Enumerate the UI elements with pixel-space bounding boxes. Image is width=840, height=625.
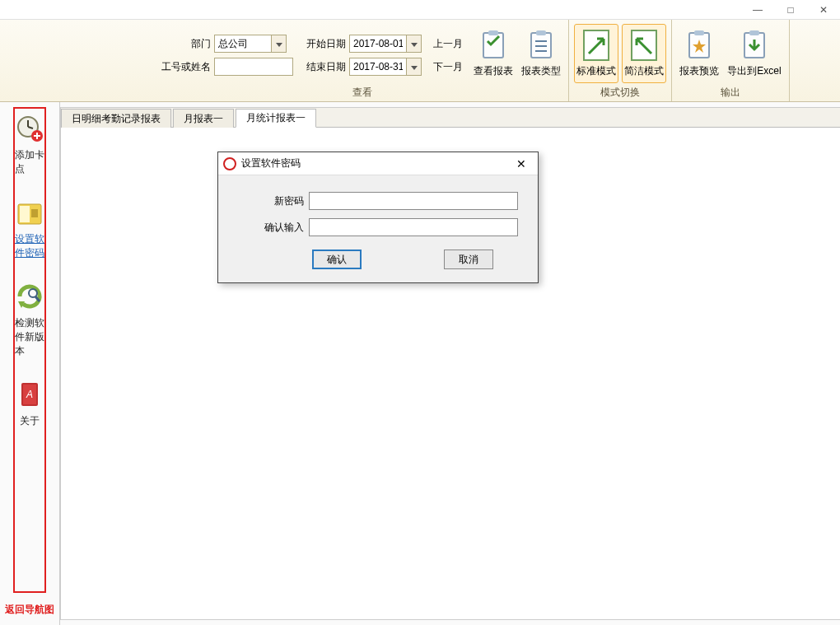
start-date-label: 开始日期 <box>296 37 346 51</box>
svg-rect-13 <box>749 30 759 35</box>
id-input[interactable] <box>214 58 293 76</box>
sidebar-item-label: 设置软件密码 <box>15 232 44 260</box>
confirm-password-label: 确认输入 <box>238 221 304 235</box>
ribbon-group-output-label: 输出 <box>677 84 784 100</box>
svg-rect-21 <box>20 206 30 222</box>
book-icon: A <box>15 380 44 409</box>
chevron-down-icon[interactable] <box>407 35 422 53</box>
ribbon-group-mode: 标准模式 简洁模式 模式切换 <box>569 20 672 101</box>
svg-rect-22 <box>31 209 38 217</box>
page-arrow-icon <box>581 28 611 63</box>
ribbon-group-mode-label: 模式切换 <box>574 84 666 100</box>
sidebar-item-label: 关于 <box>20 414 40 428</box>
dept-label: 部门 <box>161 37 211 51</box>
end-date-input[interactable] <box>349 58 407 76</box>
report-type-button[interactable]: 报表类型 <box>519 24 563 83</box>
sidebar-item-about[interactable]: A 关于 <box>15 380 44 428</box>
dept-input[interactable] <box>214 35 272 53</box>
sidebar-item-add-card-point[interactable]: 添加卡点 <box>15 114 44 176</box>
confirm-button[interactable]: 确认 <box>312 250 362 269</box>
set-password-dialog: 设置软件密码 ✕ 新密码 确认输入 确认 取消 <box>217 152 539 283</box>
report-type-label: 报表类型 <box>521 66 561 77</box>
clipboard-star-icon <box>684 28 714 63</box>
dialog-close-button[interactable]: ✕ <box>510 155 533 173</box>
export-excel-button[interactable]: 导出到Excel <box>725 24 784 83</box>
sidebar: 添加卡点 设置软件密码 检测软件新版本 A 关于 返回导航图 <box>0 102 60 625</box>
ribbon-toolbar: 部门 工号或姓名 开始日期 <box>0 20 840 102</box>
chevron-down-icon[interactable] <box>407 58 422 76</box>
dept-combo[interactable] <box>214 35 287 53</box>
end-date-label: 结束日期 <box>296 60 346 74</box>
end-date-combo[interactable] <box>349 58 422 76</box>
tab-bar: 日明细考勤记录报表 月报表一 月统计报表一 <box>61 108 840 128</box>
view-report-button[interactable]: 查看报表 <box>471 24 516 83</box>
window-titlebar: — □ ✕ <box>0 0 840 20</box>
prev-month-button[interactable]: 上一月 <box>428 35 468 53</box>
clipboard-export-icon <box>740 28 769 63</box>
tab-monthly-one[interactable]: 月报表一 <box>173 109 234 128</box>
chevron-down-icon[interactable] <box>272 35 287 53</box>
sidebar-item-check-update[interactable]: 检测软件新版本 <box>15 282 44 358</box>
sidebar-footer-link[interactable]: 返回导航图 <box>0 598 59 625</box>
view-report-label: 查看报表 <box>474 66 513 77</box>
report-preview-label: 报表预览 <box>679 66 719 77</box>
svg-rect-3 <box>536 30 546 35</box>
start-date-input[interactable] <box>349 35 407 53</box>
svg-point-24 <box>29 289 37 297</box>
lock-box-icon <box>15 198 44 227</box>
app-icon <box>223 157 236 170</box>
sidebar-item-label: 添加卡点 <box>15 148 44 176</box>
start-date-combo[interactable] <box>349 35 422 53</box>
svg-rect-10 <box>694 30 704 35</box>
svg-rect-1 <box>488 30 498 35</box>
new-password-input[interactable] <box>309 192 518 210</box>
svg-rect-0 <box>483 33 503 58</box>
simple-mode-label: 简洁模式 <box>624 66 664 77</box>
window-maximize-button[interactable]: □ <box>774 0 807 20</box>
id-label: 工号或姓名 <box>161 60 211 74</box>
tab-daily-detail[interactable]: 日明细考勤记录报表 <box>61 109 171 128</box>
export-excel-label: 导出到Excel <box>727 66 781 77</box>
refresh-search-icon <box>15 282 44 311</box>
ribbon-group-view: 部门 工号或姓名 开始日期 <box>156 20 569 101</box>
clipboard-list-icon <box>526 28 556 63</box>
ribbon-group-view-label: 查看 <box>161 84 563 100</box>
clipboard-view-icon <box>478 28 508 63</box>
standard-mode-button[interactable]: 标准模式 <box>574 24 618 83</box>
new-password-label: 新密码 <box>238 194 304 208</box>
window-minimize-button[interactable]: — <box>741 0 774 20</box>
ribbon-group-output: 报表预览 导出到Excel 输出 <box>672 20 790 101</box>
next-month-button[interactable]: 下一月 <box>428 58 468 76</box>
sidebar-item-label: 检测软件新版本 <box>15 316 44 358</box>
report-preview-button[interactable]: 报表预览 <box>677 24 721 83</box>
page-arrow-alt-icon <box>629 28 659 63</box>
dialog-titlebar[interactable]: 设置软件密码 ✕ <box>218 152 538 175</box>
sidebar-item-set-password[interactable]: 设置软件密码 <box>15 198 44 260</box>
simple-mode-button[interactable]: 简洁模式 <box>622 24 666 83</box>
tab-monthly-stats[interactable]: 月统计报表一 <box>236 109 316 128</box>
svg-text:A: A <box>26 389 33 400</box>
cancel-button[interactable]: 取消 <box>444 250 493 269</box>
clock-add-icon <box>15 114 44 143</box>
standard-mode-label: 标准模式 <box>576 66 616 77</box>
window-close-button[interactable]: ✕ <box>807 0 840 20</box>
confirm-password-input[interactable] <box>309 218 518 236</box>
dialog-title: 设置软件密码 <box>241 156 505 170</box>
